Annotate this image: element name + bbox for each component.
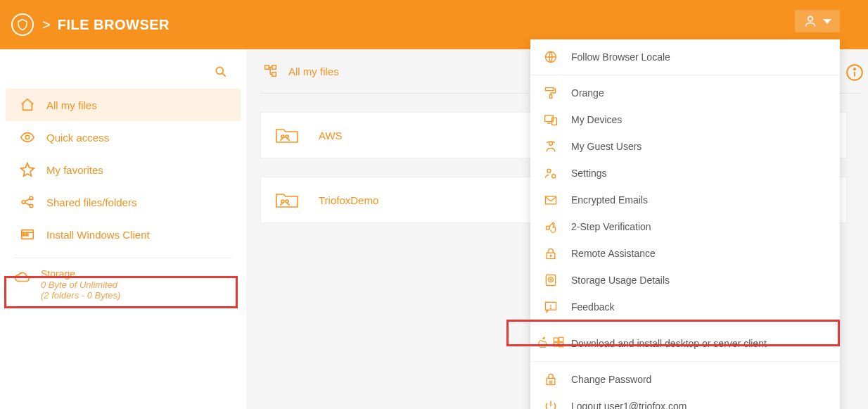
svg-rect-35 [546, 196, 556, 204]
user-dropdown: Follow Browser Locale Orange My Devices … [530, 39, 840, 409]
dd-feedback[interactable]: Feedback [530, 294, 840, 320]
dd-change-password[interactable]: Change Password [530, 366, 840, 393]
svg-rect-46 [559, 337, 563, 341]
svg-rect-27 [546, 88, 554, 91]
svg-point-40 [549, 277, 554, 282]
dd-label: Storage Usage Details [571, 275, 670, 286]
dd-label: Logout user1@triofox.com [571, 401, 687, 409]
svg-point-25 [286, 200, 288, 203]
user-icon [803, 14, 817, 28]
svg-rect-11 [23, 234, 25, 236]
info-button[interactable] [845, 63, 864, 82]
sidebar-item-label: My favorites [46, 164, 103, 176]
sidebar: All my files Quick access My favorites S… [0, 49, 246, 409]
svg-point-44 [551, 308, 551, 309]
sidebar-item-favorites[interactable]: My favorites [6, 153, 241, 186]
windows-icon [552, 336, 565, 351]
key-shield-icon [543, 220, 559, 234]
dd-label: Settings [571, 168, 607, 179]
sidebar-item-label: Shared files/folders [46, 196, 136, 208]
feedback-icon [543, 300, 559, 314]
dd-label: Orange [571, 87, 604, 99]
dd-settings[interactable]: Settings [530, 160, 840, 187]
dd-theme-orange[interactable]: Orange [530, 80, 840, 106]
svg-point-21 [854, 68, 855, 70]
star-icon [20, 162, 35, 177]
settings-user-icon [543, 166, 559, 180]
svg-point-41 [550, 279, 551, 280]
dd-label: Remote Assistance [571, 248, 656, 259]
dd-label: Follow Browser Locale [571, 51, 670, 63]
sidebar-item-label: Quick access [46, 132, 109, 144]
svg-rect-28 [549, 95, 551, 99]
user-menu-button[interactable] [795, 10, 840, 32]
storage-title: Storage [41, 268, 120, 279]
dd-my-devices[interactable]: My Devices [530, 106, 840, 133]
app-window-icon [20, 227, 35, 242]
divider [14, 258, 232, 258]
dd-guest-users[interactable]: My Guest Users [530, 133, 840, 160]
svg-point-38 [550, 255, 551, 256]
svg-rect-13 [265, 65, 269, 70]
breadcrumb-sep: > [42, 17, 51, 33]
share-icon [20, 194, 35, 210]
dd-label: Change Password [571, 374, 651, 385]
cloud-icon [14, 270, 30, 285]
dd-download-client[interactable]: Download and install desktop or server c… [530, 329, 840, 357]
svg-point-3 [25, 135, 30, 139]
password-icon [543, 372, 559, 386]
apple-icon [537, 336, 549, 351]
storage-info: Storage 0 Byte of Unlimited (2 folders -… [0, 265, 246, 303]
lock-icon [543, 246, 559, 260]
dd-label: Download and install desktop or server c… [571, 338, 767, 349]
divider [530, 361, 840, 362]
svg-rect-47 [554, 343, 558, 346]
svg-point-34 [552, 175, 556, 178]
breadcrumb-label: All my files [288, 65, 339, 77]
paint-roller-icon [543, 86, 559, 100]
sidebar-item-install-client[interactable]: Install Windows Client [6, 218, 241, 251]
divider [530, 325, 840, 325]
dd-follow-locale[interactable]: Follow Browser Locale [530, 44, 840, 70]
team-folder-icon [275, 190, 299, 210]
sidebar-item-label: Install Windows Client [46, 229, 150, 241]
svg-rect-14 [272, 65, 276, 70]
svg-rect-15 [272, 73, 276, 77]
svg-rect-12 [26, 234, 28, 236]
power-icon [543, 399, 559, 409]
svg-point-1 [216, 67, 223, 74]
globe-icon [543, 50, 559, 64]
dd-label: My Devices [571, 114, 622, 125]
sidebar-item-label: All my files [46, 99, 97, 111]
chevron-down-icon [823, 19, 831, 24]
guest-icon [543, 139, 559, 153]
svg-rect-48 [559, 343, 563, 347]
svg-rect-45 [554, 338, 558, 341]
folder-name: AWS [319, 130, 343, 141]
svg-line-7 [25, 199, 30, 201]
dd-storage-usage[interactable]: Storage Usage Details [530, 267, 840, 294]
sidebar-item-shared[interactable]: Shared files/folders [6, 186, 241, 218]
devices-icon [543, 113, 559, 127]
dd-label: 2-Step Verification [571, 221, 651, 232]
sidebar-item-quick-access[interactable]: Quick access [6, 121, 241, 153]
dd-remote-assist[interactable]: Remote Assistance [530, 240, 840, 267]
svg-point-23 [286, 135, 288, 138]
dd-logout[interactable]: Logout user1@triofox.com [530, 393, 840, 409]
svg-point-24 [281, 200, 284, 203]
search-icon[interactable] [214, 65, 228, 82]
svg-line-2 [222, 73, 226, 77]
svg-point-0 [808, 16, 813, 21]
mail-icon [543, 193, 559, 207]
svg-point-32 [549, 141, 553, 145]
dd-label: Encrypted Emails [571, 194, 648, 206]
storage-line1: 0 Byte of Unlimited [41, 279, 120, 290]
sidebar-item-all-files[interactable]: All my files [6, 89, 241, 121]
dd-2step[interactable]: 2-Step Verification [530, 213, 840, 240]
team-folder-icon [275, 125, 299, 145]
dd-encrypted-emails[interactable]: Encrypted Emails [530, 187, 840, 213]
app-logo [11, 13, 34, 36]
dd-label: Feedback [571, 301, 614, 313]
svg-line-8 [25, 203, 30, 206]
svg-point-33 [547, 169, 551, 172]
